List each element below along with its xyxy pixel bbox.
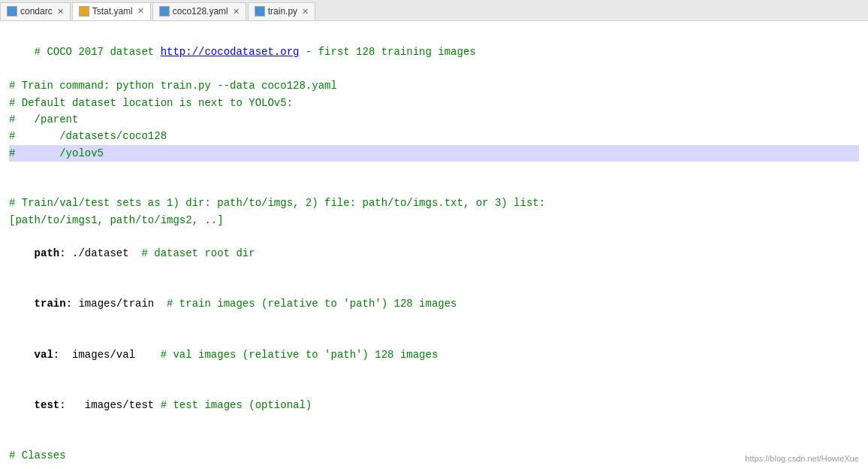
tab-coco128[interactable]: coco128.yaml ✕ <box>152 2 246 20</box>
code-line-16: # Classes <box>9 447 859 464</box>
keyword-train: train <box>35 298 66 310</box>
conda-icon <box>7 6 17 17</box>
tstat-icon <box>79 6 89 17</box>
code-line-empty-1 <box>9 162 859 178</box>
code-line-17: nc: 2 # number of classes <box>9 464 859 469</box>
train-icon <box>255 6 265 17</box>
code-line-1: # COCO 2017 dataset http://cocodataset.o… <box>9 27 859 77</box>
tab-tstat-close[interactable]: ✕ <box>137 6 144 16</box>
tab-coco128-label: coco128.yaml <box>173 6 228 17</box>
tab-condarc-label: condarc <box>20 6 53 17</box>
tab-train-close[interactable]: ✕ <box>302 7 309 17</box>
keyword-path: path <box>35 247 60 259</box>
code-line-4: # /parent <box>9 111 859 128</box>
code-line-3: # Default dataset location is next to YO… <box>9 95 859 111</box>
value-test: : images/test # test images (optional) <box>59 399 312 411</box>
code-line-14: test: images/test # test images (optiona… <box>9 380 859 430</box>
comment-text: # COCO 2017 dataset <box>35 46 161 58</box>
tab-train-label: train.py <box>268 6 297 17</box>
code-line-5: # /datasets/coco128 <box>9 128 859 144</box>
code-line-13: val: images/val # val images (relative t… <box>9 329 859 380</box>
tab-condarc[interactable]: condarc ✕ <box>0 2 71 20</box>
tab-condarc-close[interactable]: ✕ <box>57 7 64 17</box>
tab-bar: condarc ✕ Tstat.yaml ✕ coco128.yaml ✕ tr… <box>0 0 868 21</box>
tab-tstat[interactable]: Tstat.yaml ✕ <box>72 2 151 20</box>
code-line-empty-3 <box>9 431 859 447</box>
code-line-12: train: images/train # train images (rela… <box>9 279 859 329</box>
value-path: : ./dataset # dataset root dir <box>59 247 255 259</box>
code-line-9: # Train/val/test sets as 1) dir: path/to… <box>9 195 859 211</box>
comment-suffix: - first 128 training images <box>299 46 475 58</box>
tab-tstat-label: Tstat.yaml <box>92 6 133 17</box>
watermark: https://blog.csdn.net/HowieXue <box>745 454 859 463</box>
code-line-2: # Train command: python train.py --data … <box>9 77 859 94</box>
code-line-10: [path/to/imgs1, path/to/imgs2, ..] <box>9 212 859 228</box>
cocodataset-link[interactable]: http://cocodataset.org <box>161 46 300 58</box>
code-line-11: path: ./dataset # dataset root dir <box>9 228 859 279</box>
keyword-val: val <box>35 349 53 361</box>
value-train: : images/train # train images (relative … <box>66 298 457 310</box>
code-line-empty-2 <box>9 178 859 195</box>
coco-icon <box>159 6 170 17</box>
value-val: : images/val # val images (relative to '… <box>53 349 439 361</box>
code-line-6: # /yolov5 <box>9 145 859 162</box>
editor-area[interactable]: # COCO 2017 dataset http://cocodataset.o… <box>0 21 868 469</box>
tab-train[interactable]: train.py ✕ <box>248 2 315 20</box>
tab-coco128-close[interactable]: ✕ <box>233 7 240 17</box>
keyword-test: test <box>35 399 60 411</box>
